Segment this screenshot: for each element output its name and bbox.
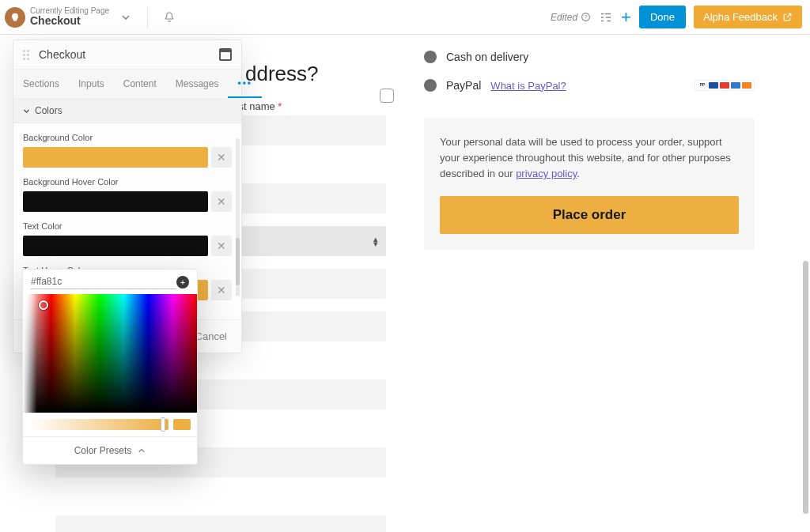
page-title: Checkout xyxy=(30,15,109,27)
chevron-down-icon xyxy=(121,13,131,22)
checkout-sidebar: Cash on delivery PayPal What is PayPal? … xyxy=(424,43,755,532)
top-bar-left: Currently Editing Page Checkout xyxy=(5,6,181,29)
what-is-paypal-link[interactable]: What is PayPal? xyxy=(490,80,566,92)
select-caret-icon: ▴▾ xyxy=(373,236,378,246)
color-item-bg: Background Color ✕ xyxy=(23,133,232,168)
page-title-block: Currently Editing Page Checkout xyxy=(30,7,109,27)
visa-card-icon xyxy=(709,82,718,89)
help-icon[interactable]: ? xyxy=(581,12,591,22)
color-spectrum[interactable] xyxy=(23,294,197,413)
hex-input[interactable] xyxy=(31,274,176,289)
bg-color-swatch[interactable] xyxy=(23,147,208,168)
clear-color-button[interactable]: ✕ xyxy=(211,191,232,212)
clear-color-button[interactable]: ✕ xyxy=(211,236,232,256)
editor-header[interactable]: Checkout xyxy=(13,40,241,70)
presets-label: Color Presets xyxy=(74,445,132,456)
last-name-label: Last name * xyxy=(227,100,386,112)
beaver-icon xyxy=(9,11,21,24)
divider xyxy=(147,6,148,28)
color-item-bg-hover: Background Hover Color ✕ xyxy=(23,177,232,212)
tab-sections[interactable]: Sections xyxy=(13,70,69,97)
outline-button[interactable] xyxy=(599,10,613,25)
color-presets-toggle[interactable]: Color Presets xyxy=(23,436,197,464)
notifications-button[interactable] xyxy=(157,6,181,29)
edited-label: Edited xyxy=(551,12,577,23)
cod-label: Cash on delivery xyxy=(446,51,528,63)
discover-card-icon xyxy=(742,82,751,89)
tab-content[interactable]: Content xyxy=(114,70,166,97)
color-item-text: Text Color ✕ xyxy=(23,221,232,256)
bg-hover-color-swatch[interactable] xyxy=(23,191,208,212)
done-button[interactable]: Done xyxy=(639,6,686,28)
external-link-icon xyxy=(782,12,793,22)
editor-title: Checkout xyxy=(39,48,211,61)
clear-color-button[interactable]: ✕ xyxy=(211,280,232,300)
tab-inputs[interactable]: Inputs xyxy=(69,70,114,97)
privacy-policy-link[interactable]: privacy policy xyxy=(516,168,577,179)
text-color-swatch[interactable] xyxy=(23,236,208,256)
alpha-feedback-button[interactable]: Alpha Feedback xyxy=(694,6,802,28)
mastercard-icon xyxy=(720,82,729,89)
paypal-label: PayPal xyxy=(446,79,481,92)
paypal-mark-icon: PP xyxy=(698,82,707,89)
privacy-box: Your personal data will be used to proce… xyxy=(424,119,755,250)
scroll-thumb[interactable] xyxy=(236,238,240,285)
edited-indicator: Edited ? xyxy=(551,12,591,23)
alpha-feedback-label: Alpha Feedback xyxy=(703,11,778,23)
colors-label: Colors xyxy=(35,105,62,116)
svg-point-1 xyxy=(13,17,17,21)
editor-tabs: Sections Inputs Content Messages ••• xyxy=(13,70,241,99)
payment-paypal-row[interactable]: PayPal What is PayPal? PP xyxy=(424,71,755,100)
picker-cursor[interactable] xyxy=(39,300,48,310)
list-tree-icon xyxy=(599,10,613,25)
radio-icon xyxy=(424,51,437,63)
colors-section-toggle[interactable]: Colors xyxy=(13,99,241,123)
chevron-down-icon xyxy=(23,108,30,115)
page-scrollbar[interactable] xyxy=(803,261,808,514)
tab-more[interactable]: ••• xyxy=(228,70,262,98)
color-label: Background Color xyxy=(23,133,232,142)
top-bar-right: Edited ? + Done Alpha Feedback xyxy=(551,6,802,28)
color-picker: + Color Presets xyxy=(22,269,198,465)
bell-icon xyxy=(163,11,176,24)
color-label: Background Hover Color xyxy=(23,177,232,187)
tab-messages[interactable]: Messages xyxy=(166,70,229,97)
clear-color-button[interactable]: ✕ xyxy=(211,147,232,168)
chevron-up-icon xyxy=(138,447,146,455)
alpha-thumb[interactable] xyxy=(161,417,165,432)
privacy-text: Your personal data will be used to proce… xyxy=(440,134,739,182)
payment-cod-row[interactable]: Cash on delivery xyxy=(424,43,755,71)
alpha-slider[interactable] xyxy=(29,419,168,430)
add-preset-button[interactable]: + xyxy=(176,276,189,289)
title-dropdown[interactable] xyxy=(114,6,138,29)
svg-text:?: ? xyxy=(585,14,588,20)
top-bar: Currently Editing Page Checkout Edited ?… xyxy=(0,0,810,35)
amex-card-icon xyxy=(731,82,740,89)
zip-input[interactable] xyxy=(55,515,386,532)
last-name-input[interactable] xyxy=(227,115,386,145)
radio-icon xyxy=(424,79,437,92)
place-order-button[interactable]: Place order xyxy=(440,196,739,234)
app-logo[interactable] xyxy=(5,7,25,28)
responsive-icon[interactable] xyxy=(219,48,232,61)
ship-different-checkbox[interactable] xyxy=(380,89,394,103)
add-button[interactable]: + xyxy=(621,9,631,26)
card-icons: PP xyxy=(695,80,755,91)
result-swatch xyxy=(173,419,191,430)
drag-handle-icon[interactable] xyxy=(23,50,31,60)
color-label: Text Color xyxy=(23,221,232,231)
